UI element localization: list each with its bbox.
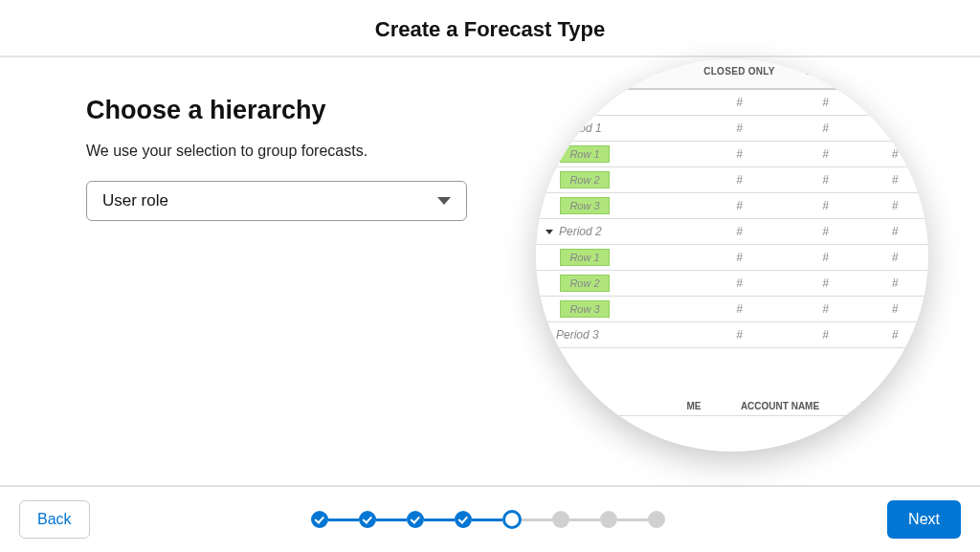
preview-row-cell: Row 2 <box>560 171 610 188</box>
preview-period: Period 1 <box>536 121 689 135</box>
step-connector <box>376 519 407 521</box>
preview-illustration: CLOSED ONLYCOMMITBESLS###Period 1###Row … <box>536 59 928 452</box>
step-indicator <box>648 511 665 528</box>
preview-footer-col: AMOUNT <box>837 401 924 411</box>
hierarchy-select[interactable]: User role <box>86 181 467 221</box>
step-description: We use your selection to group forecasts… <box>86 143 479 160</box>
preview-row-cell: Row 1 <box>560 249 610 266</box>
next-button[interactable]: Next <box>887 500 961 539</box>
preview-col-header: CLOSED ONLY <box>689 66 790 77</box>
step-heading: Choose a hierarchy <box>86 96 479 125</box>
modal-title: Create a Forecast Type <box>0 17 980 42</box>
preview-period: Period 2 <box>536 225 689 238</box>
preview-row-cell: Row 1 <box>560 145 610 163</box>
step-connector <box>424 519 455 521</box>
step-indicator <box>359 511 376 528</box>
step-connector <box>522 519 552 521</box>
step-indicator <box>311 511 328 528</box>
preview-row-cell: Row 2 <box>560 275 610 292</box>
modal-header: Create a Forecast Type <box>0 0 980 57</box>
step-indicator <box>552 511 569 528</box>
step-indicator <box>407 511 424 528</box>
step-indicator <box>502 510 522 529</box>
progress-stepper <box>311 510 665 529</box>
preview-footer-col: ME <box>665 401 723 411</box>
step-indicator <box>455 511 472 528</box>
step-connector <box>472 519 502 521</box>
back-button[interactable]: Back <box>19 500 90 539</box>
preview-period: Period 3 <box>536 328 689 342</box>
preview-section-label: LS <box>536 97 689 108</box>
preview-col-header: COMMIT <box>790 66 861 77</box>
step-connector <box>569 519 600 521</box>
step-indicator <box>600 511 617 528</box>
step-connector <box>328 519 359 521</box>
chevron-down-icon <box>437 197 451 205</box>
preview-footer-col: ACCOUNT NAME <box>723 401 837 411</box>
preview-col-header: BES <box>861 66 928 77</box>
step-connector <box>617 519 648 521</box>
hierarchy-select-value: User role <box>102 191 168 210</box>
preview-row-cell: Row 3 <box>560 197 610 214</box>
preview-row-cell: Row 3 <box>560 300 610 318</box>
